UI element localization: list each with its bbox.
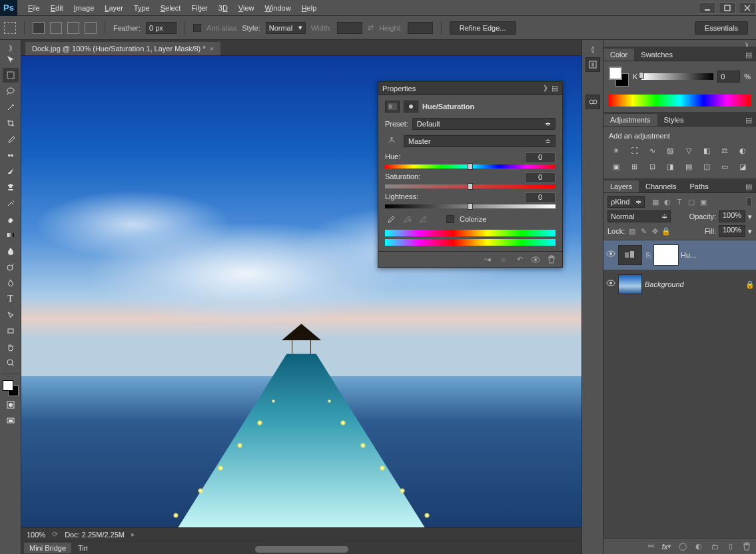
menu-filter[interactable]: Filter — [186, 1, 212, 15]
threshold-icon[interactable]: ◫ — [699, 160, 714, 173]
saturation-slider[interactable] — [385, 184, 556, 188]
link-layers-icon[interactable]: ⚯ — [645, 541, 656, 552]
gradient-map-icon[interactable]: ▭ — [717, 160, 732, 173]
new-group-icon[interactable]: 🗀 — [709, 541, 720, 552]
menu-window[interactable]: Window — [260, 1, 296, 15]
channel-dropdown[interactable]: Master≑ — [404, 135, 556, 147]
filter-shape-icon[interactable]: ▢ — [686, 196, 697, 207]
zoom-tool-icon[interactable] — [3, 356, 19, 370]
marquee-tool-icon[interactable] — [4, 22, 16, 34]
brightness-contrast-icon[interactable]: ☀ — [609, 144, 623, 157]
selection-subtract-icon[interactable] — [67, 22, 79, 34]
zoom-level[interactable]: 100% — [27, 531, 45, 539]
slider-thumb[interactable] — [468, 183, 473, 190]
lock-transparency-icon[interactable]: ▨ — [627, 226, 637, 236]
tab-mini-bridge[interactable]: Mini Bridge — [24, 543, 71, 553]
opacity-input[interactable]: 100% — [719, 210, 745, 222]
marquee-tool-icon[interactable] — [3, 68, 19, 83]
trash-icon[interactable] — [546, 254, 557, 265]
layer-mask-thumb[interactable] — [654, 245, 678, 265]
path-selection-tool-icon[interactable] — [3, 308, 19, 322]
selection-add-icon[interactable] — [50, 22, 62, 34]
layer-name[interactable]: Background — [645, 280, 743, 288]
pen-tool-icon[interactable] — [3, 276, 19, 290]
status-icon[interactable]: ⟳ — [52, 530, 58, 539]
invert-icon[interactable]: ◨ — [663, 160, 677, 173]
minimize-button[interactable] — [699, 2, 716, 14]
slider-thumb[interactable] — [468, 203, 473, 210]
selection-intersect-icon[interactable] — [85, 22, 97, 34]
black-white-icon[interactable]: ◐ — [735, 144, 750, 157]
mask-thumb-icon[interactable] — [404, 101, 418, 113]
panel-menu-icon[interactable]: ▤ — [552, 84, 558, 93]
filter-pixel-icon[interactable]: ▦ — [650, 196, 661, 207]
menu-layer[interactable]: Layer — [99, 1, 129, 15]
crop-tool-icon[interactable] — [3, 116, 19, 131]
tab-color[interactable]: Color — [603, 49, 634, 61]
gradient-tool-icon[interactable] — [3, 228, 19, 242]
selection-new-icon[interactable] — [33, 22, 45, 34]
tab-paths[interactable]: Paths — [683, 180, 715, 192]
k-slider[interactable] — [641, 73, 713, 80]
horizontal-scrollbar[interactable] — [88, 545, 515, 554]
preset-dropdown[interactable]: Default≑ — [412, 118, 556, 130]
color-balance-icon[interactable]: ⚖ — [717, 144, 732, 157]
panels-collapse-icon[interactable]: ⟫ — [737, 40, 756, 47]
history-brush-tool-icon[interactable] — [3, 196, 19, 210]
menu-view[interactable]: View — [233, 1, 260, 15]
canvas[interactable]: Properties ⟫ ▤ Hue/Saturation Preset: De… — [21, 56, 581, 527]
tab-adjustments[interactable]: Adjustments — [603, 114, 657, 126]
hand-tool-icon[interactable] — [3, 340, 19, 354]
layer-adjustment-thumb[interactable] — [618, 245, 642, 265]
menu-edit[interactable]: Edit — [45, 1, 69, 15]
refine-edge-button[interactable]: Refine Edge... — [450, 21, 516, 35]
filter-adjustment-icon[interactable]: ◐ — [662, 196, 673, 207]
healing-brush-tool-icon[interactable] — [3, 148, 19, 162]
slider-thumb[interactable] — [468, 163, 473, 170]
lightness-slider[interactable] — [385, 204, 556, 208]
eraser-tool-icon[interactable] — [3, 212, 19, 226]
quick-mask-icon[interactable] — [3, 398, 19, 412]
eyedropper-add-icon[interactable]: + — [401, 214, 412, 224]
scrollbar-thumb[interactable] — [255, 546, 348, 553]
document-tab[interactable]: Dock.jpg @ 100% (Hue/Saturation 1, Layer… — [25, 42, 220, 55]
magic-wand-tool-icon[interactable] — [3, 100, 19, 115]
selective-color-icon[interactable]: ◪ — [735, 160, 750, 173]
blend-mode-select[interactable]: Normal≑ — [607, 210, 671, 222]
hue-slider[interactable] — [385, 164, 556, 168]
maximize-button[interactable] — [719, 2, 736, 14]
new-adjustment-icon[interactable]: ◐ — [693, 541, 704, 552]
rectangle-tool-icon[interactable] — [3, 324, 19, 338]
workspace-button[interactable]: Essentials — [695, 21, 748, 35]
collapse-icon[interactable]: ⟫ — [544, 84, 548, 93]
menu-help[interactable]: Help — [296, 1, 322, 15]
curves-icon[interactable]: ∿ — [645, 144, 659, 157]
filter-type-icon[interactable]: T — [674, 196, 685, 207]
foreground-background-color[interactable] — [3, 380, 19, 396]
visibility-icon[interactable] — [530, 254, 541, 265]
lock-pixels-icon[interactable]: ✎ — [639, 226, 648, 236]
feather-input[interactable] — [146, 22, 177, 34]
layer-filter-kind[interactable]: ρ Kind≑ — [607, 196, 645, 208]
character-panel-icon[interactable] — [585, 95, 600, 109]
menu-image[interactable]: Image — [69, 1, 100, 15]
dodge-tool-icon[interactable] — [3, 260, 19, 274]
menu-file[interactable]: File — [23, 1, 45, 15]
menu-type[interactable]: Type — [129, 1, 155, 15]
target-adjustment-icon[interactable] — [385, 135, 400, 147]
menu-select[interactable]: Select — [155, 1, 187, 15]
reset-icon[interactable]: ↶ — [514, 254, 525, 265]
slider-thumb[interactable] — [639, 72, 644, 79]
color-lookup-icon[interactable]: ⊡ — [645, 160, 659, 173]
k-value-input[interactable] — [717, 71, 740, 83]
spectrum-bar[interactable] — [609, 95, 751, 107]
panel-menu-icon[interactable]: ▤ — [741, 115, 756, 126]
lock-all-icon[interactable]: 🔒 — [661, 226, 671, 236]
channel-mixer-icon[interactable]: ⊞ — [627, 160, 641, 173]
clip-to-layer-icon[interactable]: ▫◂ — [482, 254, 493, 265]
close-icon[interactable]: × — [210, 45, 214, 53]
layer-thumb[interactable] — [618, 274, 642, 294]
eyedropper-subtract-icon[interactable]: - — [417, 214, 428, 224]
brush-tool-icon[interactable] — [3, 164, 19, 178]
chevron-down-icon[interactable]: ▾ — [748, 212, 752, 221]
